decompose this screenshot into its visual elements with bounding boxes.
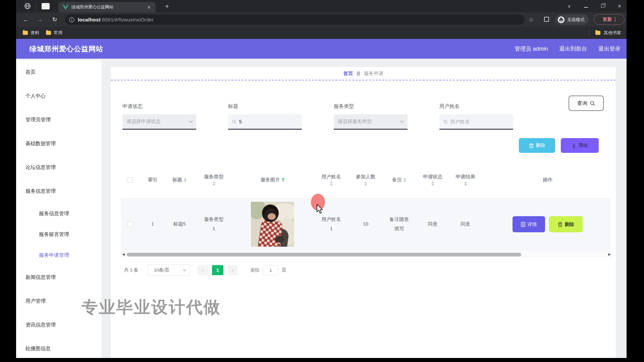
breadcrumb-current: 服务申请 bbox=[364, 70, 383, 77]
sort-carets-icon[interactable] bbox=[404, 178, 406, 182]
filter-apply-status: 申请状态 请选择申请状态 bbox=[122, 103, 196, 130]
service-photo[interactable] bbox=[251, 202, 294, 247]
sidebar-item-news-mgmt[interactable]: 新闻信息管理 bbox=[16, 265, 102, 289]
url-field[interactable]: localhost:8081/#/fuwuxinxiOrder bbox=[65, 14, 525, 25]
minimize-button[interactable] bbox=[582, 4, 590, 9]
col-user-name[interactable]: 用户姓名 bbox=[310, 162, 352, 198]
forward-icon[interactable]: → bbox=[35, 16, 45, 23]
sort-carets-icon[interactable] bbox=[431, 181, 434, 186]
service-type-select[interactable]: 请选择服务类型 bbox=[334, 114, 408, 130]
side-panel-icon[interactable] bbox=[544, 17, 549, 22]
row-delete-button[interactable]: 删除 bbox=[549, 216, 583, 232]
current-page-button[interactable]: 1 bbox=[212, 265, 223, 275]
site-title: 绿城郑州爱心公益网站 bbox=[30, 44, 103, 54]
col-apply-result[interactable]: 申请结果 bbox=[446, 162, 485, 198]
next-page-button[interactable]: › bbox=[227, 265, 238, 275]
apply-status-select[interactable]: 请选择申请状态 bbox=[122, 114, 196, 130]
bookmark-folder-changyong[interactable]: 常用 bbox=[46, 30, 62, 36]
other-bookmarks[interactable]: 其他书签 bbox=[589, 30, 621, 36]
sidebar-item-service-group[interactable]: 服务信息管理 bbox=[16, 179, 102, 203]
export-button[interactable]: 导出 bbox=[561, 138, 599, 153]
update-button[interactable]: 更新 bbox=[594, 14, 625, 25]
incognito-icon bbox=[557, 16, 565, 23]
reload-icon[interactable]: ↻ bbox=[50, 16, 60, 23]
close-button[interactable]: × bbox=[615, 3, 624, 10]
goto-page-input[interactable] bbox=[263, 265, 278, 275]
sort-carets-asc-icon[interactable] bbox=[282, 178, 284, 182]
detail-button[interactable]: 详情 bbox=[513, 216, 545, 232]
scroll-right-arrow-icon[interactable]: ▶ bbox=[607, 251, 612, 257]
row-index: 1 bbox=[139, 198, 166, 250]
total-count: 共 1 条 bbox=[124, 267, 138, 273]
sort-carets-icon[interactable] bbox=[364, 181, 367, 186]
new-tab-button[interactable]: + bbox=[162, 2, 172, 11]
sort-carets-icon[interactable] bbox=[330, 181, 333, 186]
watermark-text: 专业毕业设计代做 bbox=[82, 296, 221, 318]
sidebar-item-profile[interactable]: 个人中心 bbox=[16, 84, 102, 108]
sidebar-item-service-info[interactable]: 服务信息管理 bbox=[16, 203, 102, 224]
globe-icon[interactable] bbox=[24, 3, 31, 11]
prev-page-button[interactable]: ‹ bbox=[198, 265, 208, 275]
download-icon bbox=[572, 143, 576, 148]
username-input[interactable] bbox=[450, 119, 509, 124]
logout-link[interactable]: 退出登录 bbox=[598, 45, 621, 53]
col-service-type[interactable]: 服务类型 bbox=[193, 162, 235, 198]
search-icon bbox=[232, 119, 236, 124]
sort-carets-icon[interactable] bbox=[464, 181, 467, 186]
sidebar-item-base-data[interactable]: 基础数据管理 bbox=[16, 132, 102, 156]
sidebar-item-service-apply[interactable]: 服务申请管理 bbox=[16, 245, 102, 265]
select-all-checkbox[interactable] bbox=[127, 177, 133, 183]
sidebar-item-admin-mgmt[interactable]: 管理员管理 bbox=[16, 108, 102, 132]
sort-carets-icon[interactable] bbox=[213, 181, 215, 186]
filter-label: 服务类型 bbox=[334, 103, 408, 110]
select-all-cell bbox=[121, 162, 139, 198]
sidebar-item-service-message[interactable]: 服务留言管理 bbox=[16, 224, 102, 245]
delete-button[interactable]: 删除 bbox=[519, 138, 555, 153]
restore-button[interactable] bbox=[598, 4, 607, 9]
breadcrumb: 首页 服务申请 bbox=[111, 67, 616, 80]
scroll-left-arrow-icon[interactable]: ◀ bbox=[121, 251, 126, 257]
incognito-label: 无痕模式 bbox=[567, 17, 585, 23]
document-icon bbox=[521, 222, 525, 227]
bookmark-star-icon[interactable]: ☆ bbox=[529, 16, 534, 23]
pinned-tab[interactable] bbox=[42, 3, 50, 9]
breadcrumb-home-link[interactable]: 首页 bbox=[343, 70, 353, 77]
data-table: 索引 标题 服务类型 服务图片 用户姓名 bbox=[121, 162, 610, 250]
sidebar-item-home[interactable]: 首页 bbox=[16, 60, 102, 84]
tab-divider bbox=[36, 3, 37, 9]
search-icon bbox=[590, 101, 595, 106]
row-service-image[interactable] bbox=[235, 198, 310, 250]
col-remark[interactable]: 备注 bbox=[379, 162, 419, 198]
sidebar-item-forum-mgmt[interactable]: 论坛信息管理 bbox=[16, 156, 102, 179]
search-icon bbox=[443, 119, 448, 124]
filter-label: 标题 bbox=[228, 103, 302, 110]
row-title: 标题5 bbox=[166, 198, 193, 250]
col-title[interactable]: 标题 bbox=[166, 162, 193, 198]
col-participants[interactable]: 参加人数 bbox=[352, 162, 379, 198]
horizontal-scrollbar[interactable]: ◀ ▶ bbox=[121, 251, 612, 257]
goto-unit-label: 页 bbox=[282, 267, 286, 273]
col-apply-status[interactable]: 申请状态 bbox=[419, 162, 446, 198]
title-input-wrap bbox=[228, 114, 302, 130]
info-icon[interactable] bbox=[69, 17, 74, 22]
back-icon[interactable]: ← bbox=[21, 16, 31, 23]
row-apply-result: 同意 bbox=[446, 198, 485, 250]
sort-carets-icon[interactable] bbox=[184, 178, 186, 182]
scrollbar-thumb[interactable] bbox=[127, 253, 521, 256]
row-checkbox[interactable] bbox=[127, 222, 133, 227]
browser-menu-chevron-icon[interactable]: ∨ bbox=[565, 4, 574, 9]
tab-close-icon[interactable]: ✕ bbox=[146, 5, 152, 10]
search-button[interactable]: 查询 bbox=[569, 96, 604, 111]
bookmark-folder-ziliao[interactable]: 资料 bbox=[23, 30, 39, 36]
filter-label: 用户姓名 bbox=[439, 103, 513, 110]
title-input[interactable] bbox=[239, 119, 298, 124]
site-header: 绿城郑州爱心公益网站 管理员 admin 退出到前台 退出登录 bbox=[16, 39, 627, 59]
sidebar-item-carousel[interactable]: 轮播图信息 bbox=[16, 337, 102, 361]
col-index[interactable]: 索引 bbox=[139, 162, 166, 198]
username-input-wrap bbox=[439, 114, 513, 130]
col-service-image[interactable]: 服务图片 bbox=[235, 162, 310, 198]
kebab-menu-icon bbox=[614, 17, 615, 22]
exit-to-front-link[interactable]: 退出到前台 bbox=[559, 45, 587, 53]
active-tab[interactable]: 绿城郑州爱心公益网站 ✕ bbox=[58, 2, 156, 12]
page-size-select[interactable]: 10条/页 bbox=[148, 264, 190, 276]
